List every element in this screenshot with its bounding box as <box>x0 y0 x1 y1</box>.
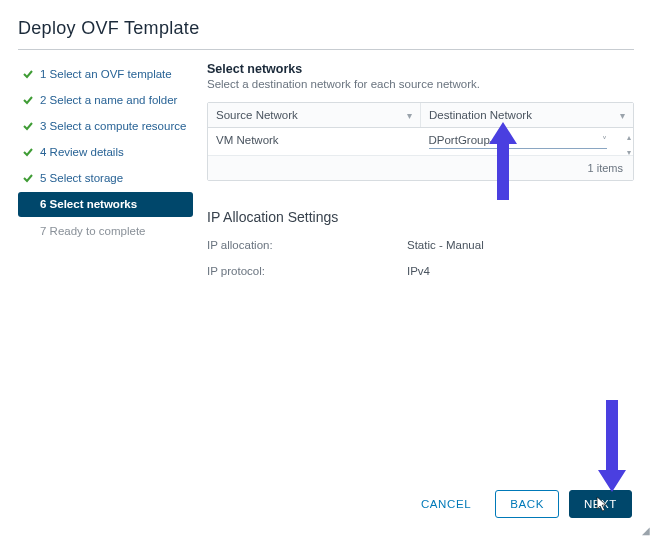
wizard-sidebar: 1 Select an OVF template2 Select a name … <box>18 50 193 538</box>
networks-table: Source Network ▾ Destination Network ▾ V… <box>207 102 634 181</box>
step-label: 6 Select networks <box>40 196 137 212</box>
destination-network-value: DPortGroup-VM <box>429 134 511 146</box>
step-label: 3 Select a compute resource <box>40 118 186 134</box>
scroll-up-icon[interactable]: ▴ <box>627 133 631 142</box>
cancel-button[interactable]: CANCEL <box>407 490 485 518</box>
step-label: 4 Review details <box>40 144 124 160</box>
dialog-title: Deploy OVF Template <box>18 18 634 50</box>
wizard-step-3[interactable]: 3 Select a compute resource <box>18 114 193 138</box>
ip-allocation-heading: IP Allocation Settings <box>207 209 634 225</box>
step-label: 5 Select storage <box>40 170 123 186</box>
chevron-down-icon[interactable]: ˅ <box>602 135 607 146</box>
section-subheading: Select a destination network for each so… <box>207 78 634 90</box>
checkmark-icon <box>22 120 34 132</box>
col-dest-label: Destination Network <box>429 109 532 121</box>
wizard-step-1[interactable]: 1 Select an OVF template <box>18 62 193 86</box>
step-label: 1 Select an OVF template <box>40 66 172 82</box>
resize-handle-icon[interactable]: ◢ <box>642 525 650 536</box>
col-destination-network[interactable]: Destination Network ▾ <box>421 103 633 127</box>
wizard-main-panel: Select networks Select a destination net… <box>193 50 634 538</box>
table-footer: 1 items <box>208 156 633 180</box>
deploy-ovf-dialog: Deploy OVF Template 1 Select an OVF temp… <box>0 0 652 538</box>
cell-destination-network[interactable]: DPortGroup-VM ˅ <box>421 128 634 155</box>
section-heading: Select networks <box>207 62 634 76</box>
ip-protocol-value: IPv4 <box>407 265 430 277</box>
filter-icon[interactable]: ▾ <box>407 110 412 121</box>
table-header-row: Source Network ▾ Destination Network ▾ <box>208 103 633 128</box>
table-scroll-arrows[interactable]: ▴ ▾ <box>627 133 631 157</box>
next-button-label: NEXT <box>584 498 617 510</box>
scroll-down-icon[interactable]: ▾ <box>627 148 631 157</box>
wizard-step-4[interactable]: 4 Review details <box>18 140 193 164</box>
checkmark-icon <box>22 172 34 184</box>
wizard-footer: CANCEL BACK NEXT <box>407 478 648 534</box>
checkmark-icon <box>22 146 34 158</box>
step-label: 2 Select a name and folder <box>40 92 177 108</box>
next-button[interactable]: NEXT <box>569 490 632 518</box>
col-source-network[interactable]: Source Network ▾ <box>208 103 421 127</box>
kv-row: IP allocation: Static - Manual <box>207 239 634 251</box>
step-label: 7 Ready to complete <box>40 223 145 239</box>
filter-icon[interactable]: ▾ <box>620 110 625 121</box>
ip-allocation-value: Static - Manual <box>407 239 484 251</box>
table-row: VM Network DPortGroup-VM ˅ <box>208 128 633 156</box>
cell-source-network: VM Network <box>208 128 421 155</box>
back-button[interactable]: BACK <box>495 490 559 518</box>
dialog-body: 1 Select an OVF template2 Select a name … <box>18 50 634 538</box>
kv-row: IP protocol: IPv4 <box>207 265 634 277</box>
table-item-count: 1 items <box>588 162 623 174</box>
wizard-step-2[interactable]: 2 Select a name and folder <box>18 88 193 112</box>
checkmark-icon <box>22 68 34 80</box>
wizard-step-5[interactable]: 5 Select storage <box>18 166 193 190</box>
wizard-step-6[interactable]: 6 Select networks <box>18 192 193 216</box>
wizard-step-7: 7 Ready to complete <box>18 219 193 243</box>
col-source-label: Source Network <box>216 109 298 121</box>
ip-protocol-label: IP protocol: <box>207 265 407 277</box>
checkmark-icon <box>22 94 34 106</box>
ip-allocation-label: IP allocation: <box>207 239 407 251</box>
